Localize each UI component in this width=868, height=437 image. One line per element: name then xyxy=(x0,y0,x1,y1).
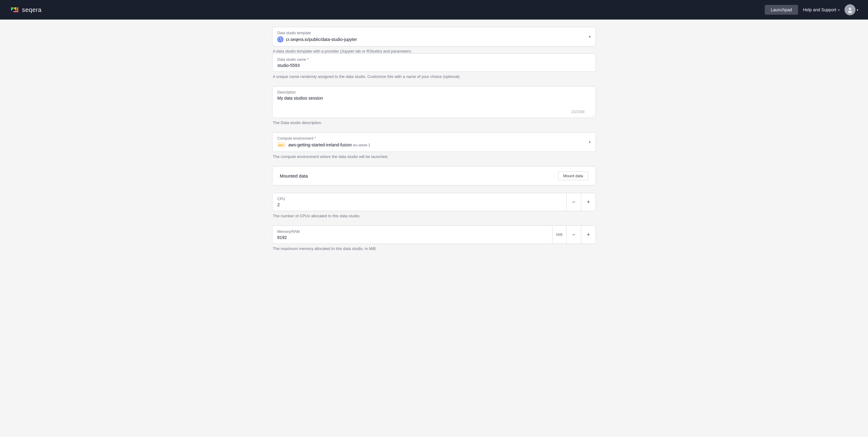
name-input-container: Data studio name * studio-5593 xyxy=(272,54,596,72)
memory-stepper-container: Memory/RAM 8192 MiB − + xyxy=(272,226,596,244)
compute-env-hint: The compute environment where the data s… xyxy=(272,154,596,159)
cpu-hint: The number of CPUs allocated to this dat… xyxy=(272,213,596,218)
avatar xyxy=(844,4,856,15)
svg-point-2 xyxy=(848,11,852,13)
navbar: seqera Launchpad Help and Support ▾ ▾ xyxy=(0,0,868,20)
cpu-value[interactable]: 2 xyxy=(277,202,561,207)
aws-icon: AWS xyxy=(277,142,286,148)
compute-env-dropdown[interactable]: Compute environment * AWS aws-getting-st… xyxy=(272,132,596,152)
name-label: Data studio name * xyxy=(277,57,591,62)
compute-env-required-star: * xyxy=(315,136,316,141)
logo-text: seqera xyxy=(22,6,41,13)
user-chevron-icon: ▾ xyxy=(857,8,858,11)
chevron-down-icon: ▾ xyxy=(838,8,840,11)
memory-decrement-button[interactable]: − xyxy=(566,226,581,243)
main-content: Data studio template cr.seqera.io/public… xyxy=(272,20,596,266)
template-value: cr.seqera.io/public/data-studio-jupyter xyxy=(277,36,591,42)
memory-input: Memory/RAM 8192 xyxy=(273,226,552,243)
name-value[interactable]: studio-5593 xyxy=(277,63,591,68)
memory-label: Memory/RAM xyxy=(277,230,547,234)
svg-point-1 xyxy=(849,8,851,10)
help-support-button[interactable]: Help and Support ▾ xyxy=(803,7,840,12)
cpu-label: CPU xyxy=(277,197,561,201)
cpu-decrement-button[interactable]: − xyxy=(566,193,581,211)
description-hint: The Data studio description. xyxy=(272,120,596,125)
seqera-logo-icon xyxy=(10,5,20,15)
name-section: Data studio name * studio-5593 A unique … xyxy=(272,54,596,79)
description-label: Description xyxy=(277,90,591,94)
template-provider-icon xyxy=(277,36,283,42)
description-value[interactable]: My data studios session xyxy=(277,96,591,114)
navbar-right: Launchpad Help and Support ▾ ▾ xyxy=(765,4,858,15)
description-section: Description My data studios session 23/2… xyxy=(272,86,596,125)
logo: seqera xyxy=(10,5,41,15)
mounted-data-container: Mounted data Mount data xyxy=(272,166,596,185)
compute-env-label: Compute environment * xyxy=(277,136,591,141)
compute-env-value: AWS aws-getting-started-ireland-fusion e… xyxy=(277,142,591,148)
svg-text:AWS: AWS xyxy=(278,144,284,147)
mount-data-button[interactable]: Mount data xyxy=(558,171,588,180)
compute-env-section: Compute environment * AWS aws-getting-st… xyxy=(272,132,596,159)
cpu-increment-button[interactable]: + xyxy=(581,193,595,211)
resize-handle-icon: ⌟ xyxy=(592,112,594,116)
memory-section: Memory/RAM 8192 MiB − + The maximum memo… xyxy=(272,226,596,251)
compute-env-name: aws-getting-started-ireland-fusion xyxy=(288,142,352,147)
name-hint: A unique name randomly assigned to the d… xyxy=(272,74,596,79)
launchpad-button[interactable]: Launchpad xyxy=(765,5,798,15)
cpu-stepper-container: CPU 2 − + xyxy=(272,193,596,211)
user-avatar-button[interactable]: ▾ xyxy=(844,4,858,15)
compute-env-dropdown-arrow: ▾ xyxy=(589,140,591,144)
name-required-star: * xyxy=(307,57,309,62)
mounted-data-label: Mounted data xyxy=(280,173,308,178)
cpu-input: CPU 2 xyxy=(273,193,566,211)
help-support-label: Help and Support xyxy=(803,7,836,12)
user-icon xyxy=(847,6,853,13)
char-count: 23/2048 xyxy=(571,110,585,114)
memory-hint: The maximum memory allocated to this dat… xyxy=(272,246,596,251)
template-dropdown-arrow: ▾ xyxy=(589,34,591,39)
cpu-section: CPU 2 − + The number of CPUs allocated t… xyxy=(272,193,596,218)
description-textarea-container: Description My data studios session 23/2… xyxy=(272,86,596,118)
template-section: Data studio template cr.seqera.io/public… xyxy=(272,27,596,54)
template-hint: A data studio template with a provider (… xyxy=(272,49,596,54)
memory-unit: MiB xyxy=(552,226,566,243)
compute-env-region: eu-west-1 xyxy=(353,143,370,147)
memory-value[interactable]: 8192 xyxy=(277,235,547,240)
template-label: Data studio template xyxy=(277,31,591,35)
template-dropdown[interactable]: Data studio template cr.seqera.io/public… xyxy=(272,27,596,47)
memory-increment-button[interactable]: + xyxy=(581,226,595,243)
mounted-data-section: Mounted data Mount data xyxy=(272,166,596,185)
